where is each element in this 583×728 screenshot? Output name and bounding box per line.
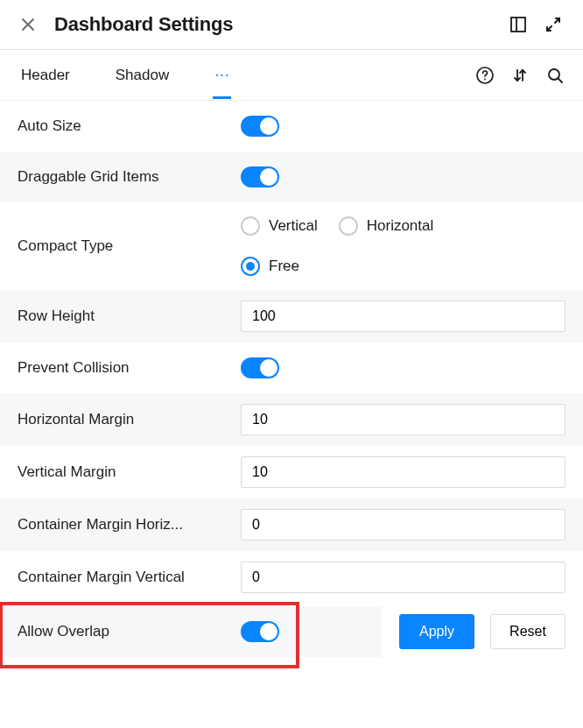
tabs-bar: Header Shadow ⋯ xyxy=(0,50,583,101)
label-container-margin-v: Container Margin Vertical xyxy=(18,569,241,586)
toggle-prevent-collision[interactable] xyxy=(241,357,279,378)
svg-rect-2 xyxy=(511,18,525,32)
close-icon[interactable] xyxy=(18,14,39,35)
row-horizontal-margin: Horizontal Margin xyxy=(0,393,583,446)
settings-list: Auto Size Draggable Grid Items Compact T… xyxy=(0,101,583,660)
label-compact-type: Compact Type xyxy=(18,237,241,255)
input-container-margin-v[interactable] xyxy=(241,562,565,593)
tab-shadow[interactable]: Shadow xyxy=(112,53,172,98)
panel-header: Dashboard Settings xyxy=(0,0,583,50)
input-horizontal-margin[interactable] xyxy=(241,404,565,435)
input-container-margin-h[interactable] xyxy=(241,509,565,541)
label-prevent-collision: Prevent Collision xyxy=(18,359,241,377)
label-container-margin-h: Container Margin Horiz... xyxy=(18,516,241,534)
footer-actions: Apply Reset xyxy=(382,604,583,660)
label-auto-size: Auto Size xyxy=(18,117,241,135)
reset-button[interactable]: Reset xyxy=(490,614,565,649)
row-container-margin-vertical: Container Margin Vertical xyxy=(0,551,583,604)
svg-line-11 xyxy=(558,79,562,82)
help-icon[interactable] xyxy=(474,65,495,86)
toggle-draggable[interactable] xyxy=(241,166,279,187)
radio-free[interactable]: Free xyxy=(241,257,565,276)
radio-free-label: Free xyxy=(269,258,299,275)
input-vertical-margin[interactable] xyxy=(241,456,565,488)
panel-title: Dashboard Settings xyxy=(54,13,495,36)
row-container-margin-horizontal: Container Margin Horiz... xyxy=(0,498,583,551)
radio-vertical[interactable]: Vertical xyxy=(241,216,318,236)
settings-panel: Dashboard Settings Header Shadow ⋯ xyxy=(0,0,583,660)
row-compact-type: Compact Type Vertical Horizontal Free xyxy=(0,202,583,290)
radio-horizontal-label: Horizontal xyxy=(367,217,434,235)
row-draggable-grid-items: Draggable Grid Items xyxy=(0,152,583,202)
toggle-auto-size[interactable] xyxy=(241,116,279,137)
expand-icon[interactable] xyxy=(541,12,565,37)
sort-icon[interactable] xyxy=(509,65,530,86)
row-auto-size: Auto Size xyxy=(0,101,583,152)
search-icon[interactable] xyxy=(544,65,565,86)
label-draggable: Draggable Grid Items xyxy=(18,168,241,186)
radio-vertical-label: Vertical xyxy=(269,217,318,235)
tab-overflow[interactable]: ⋯ xyxy=(211,52,233,98)
label-vertical-margin: Vertical Margin xyxy=(18,463,241,481)
label-allow-overlap: Allow Overlap xyxy=(18,623,241,640)
svg-point-10 xyxy=(549,69,559,80)
apply-button[interactable]: Apply xyxy=(399,614,474,649)
radio-horizontal[interactable]: Horizontal xyxy=(339,216,434,236)
row-allow-overlap: Allow Overlap xyxy=(0,606,382,657)
svg-point-7 xyxy=(484,78,486,80)
label-row-height: Row Height xyxy=(18,307,241,325)
row-row-height: Row Height xyxy=(0,290,583,343)
toggle-allow-overlap[interactable] xyxy=(241,621,279,642)
row-prevent-collision: Prevent Collision xyxy=(0,343,583,393)
tab-header[interactable]: Header xyxy=(18,53,74,98)
row-vertical-margin: Vertical Margin xyxy=(0,446,583,498)
layout-icon[interactable] xyxy=(506,12,530,37)
label-horizontal-margin: Horizontal Margin xyxy=(18,411,241,428)
input-row-height[interactable] xyxy=(241,300,565,332)
